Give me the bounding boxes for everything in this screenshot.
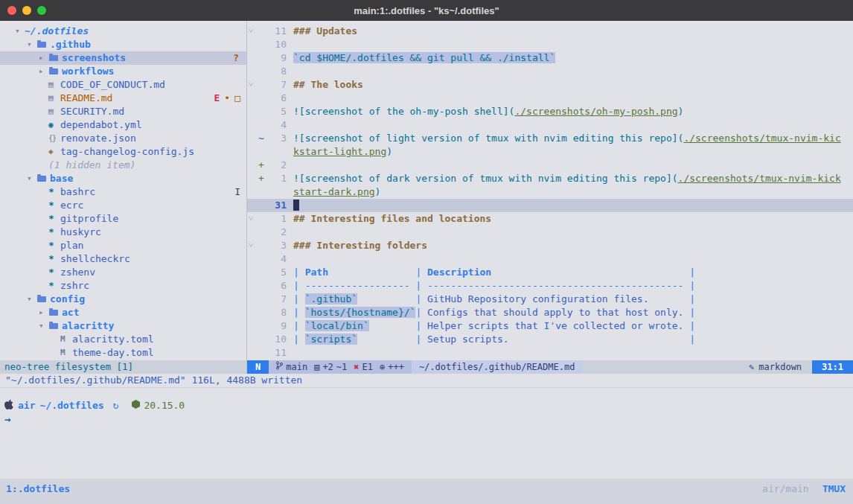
editor-line[interactable]: 4 <box>247 252 853 266</box>
tree-item-github[interactable]: ▾.github <box>0 38 246 51</box>
gutter: 9 <box>247 319 293 333</box>
editor-line[interactable]: +1![screenshot of dark version of tmux w… <box>247 172 853 185</box>
tmux-window-tab[interactable]: 1:.dotfiles <box>6 483 70 494</box>
editor-line[interactable]: ˅ 7## The looks <box>247 78 853 92</box>
tree-item-label: (1 hidden item) <box>48 159 135 172</box>
editor-line[interactable]: 10 <box>247 38 853 51</box>
tree-item-dotfiles[interactable]: ▾~/.dotfiles <box>0 25 246 38</box>
editor-line[interactable]: 9`cd $HOME/.dotfiles && git pull && ./in… <box>247 51 853 65</box>
sh-file-icon: * <box>48 185 60 199</box>
editor-line[interactable]: 8 <box>247 65 853 78</box>
tree-item-security-md[interactable]: ▤SECURITY.md <box>0 105 246 118</box>
tree-item-huskyrc[interactable]: *huskyrc <box>0 226 246 239</box>
chevron-right-icon[interactable]: ▸ <box>39 306 48 319</box>
tree-item-dependabot-yml[interactable]: ◉dependabot.yml <box>0 118 246 132</box>
git-unstaged-icon: □ <box>234 92 240 105</box>
statusline-filepath: ~/.dotfiles/.github/README.md <box>412 360 583 374</box>
fold-open-icon[interactable]: ˅ <box>249 239 258 252</box>
folder-icon <box>49 68 58 74</box>
editor-line[interactable]: 5| Path | Description | <box>247 266 853 279</box>
inline-code: `.github` <box>305 293 357 304</box>
prompt-arrow-icon[interactable]: → <box>4 413 853 428</box>
sign-column <box>258 185 267 199</box>
chevron-right-icon[interactable]: ▸ <box>39 51 48 65</box>
editor-line[interactable]: 11 <box>247 346 853 360</box>
neotree-panel[interactable]: ▾~/.dotfiles▾.github▸screenshots?▸workfl… <box>0 21 247 360</box>
tree-item-ecrc[interactable]: *ecrc <box>0 199 246 212</box>
tree-item-zshrc[interactable]: *zshrc <box>0 279 246 293</box>
editor-line[interactable]: 5![screenshot of the oh-my-posh shell](.… <box>247 105 853 118</box>
gutter: 2 <box>247 226 293 239</box>
tree-item-shellcheckrc[interactable]: *shellcheckrc <box>0 252 246 266</box>
sign-column <box>258 92 267 105</box>
editor-line[interactable]: ~3![screenshot of light version of tmux … <box>247 132 853 145</box>
tree-item-label: huskyrc <box>60 226 101 239</box>
fold-open-icon[interactable]: ˅ <box>249 25 258 38</box>
line-number: 5 <box>267 266 287 279</box>
gutter: ˅ 3 <box>247 239 293 252</box>
chevron-down-icon[interactable]: ▾ <box>27 172 36 185</box>
editor-line[interactable]: start-dark.png) <box>247 185 853 199</box>
editor-line[interactable]: kstart-light.png) <box>247 145 853 159</box>
tree-item-bashrc[interactable]: *bashrcI <box>0 185 246 199</box>
sign-column <box>258 25 267 38</box>
fold-column <box>249 92 258 105</box>
editor-line[interactable]: ˅ 11### Updates <box>247 25 853 38</box>
chevron-down-icon[interactable]: ▾ <box>27 38 36 51</box>
editor-line[interactable]: 9| `local/bin` | Helper scripts that I'v… <box>247 319 853 333</box>
tree-item-alacritty-toml[interactable]: Malacritty.toml <box>0 333 246 346</box>
fold-open-icon[interactable]: ˅ <box>249 212 258 226</box>
fold-open-icon[interactable]: ˅ <box>249 78 258 92</box>
tree-item-screenshots[interactable]: ▸screenshots? <box>0 51 246 65</box>
close-button[interactable] <box>7 6 16 15</box>
tree-item-act[interactable]: ▸act <box>0 306 246 319</box>
editor-line[interactable]: 2 <box>247 226 853 239</box>
chevron-down-icon[interactable]: ▾ <box>39 319 48 333</box>
chevron-down-icon[interactable]: ▾ <box>15 25 25 38</box>
line-text: | `scripts` | Setup scripts. | <box>293 333 695 346</box>
folder-icon <box>37 42 46 48</box>
sign-column <box>258 145 267 159</box>
line-number: 8 <box>267 306 287 319</box>
tree-item-tag-changelog-config-js[interactable]: ◈tag-changelog-config.js <box>0 145 246 159</box>
chevron-right-icon[interactable]: ▸ <box>39 65 48 78</box>
sign-column <box>258 65 267 78</box>
mode-indicator: N <box>247 360 269 374</box>
editor-line[interactable]: ˅ 3### Interesting folders <box>247 239 853 252</box>
chevron-down-icon[interactable]: ▾ <box>27 293 36 306</box>
sign-column <box>258 306 267 319</box>
table-delimiter: | <box>689 320 695 331</box>
zoom-button[interactable] <box>37 6 46 15</box>
tree-item-base[interactable]: ▾base <box>0 172 246 185</box>
shell-pane[interactable]: air ~/.dotfiles ↻ 20.15.0 → <box>0 387 853 479</box>
editor-line[interactable]: 6 <box>247 92 853 105</box>
editor-cursor-line[interactable]: 31 <box>247 199 853 212</box>
tree-item-zshenv[interactable]: *zshenv <box>0 266 246 279</box>
md-link-label: ) <box>386 146 392 157</box>
editor-line[interactable]: 6| ------------------ | ----------------… <box>247 279 853 293</box>
editor-line[interactable]: 10| `scripts` | Setup scripts. | <box>247 333 853 346</box>
tree-item-theme-day-toml[interactable]: Mtheme-day.toml <box>0 346 246 360</box>
editor-line[interactable]: +2 <box>247 159 853 172</box>
editor-pane[interactable]: ˅ 11### Updates 10 9`cd $HOME/.dotfiles … <box>247 21 853 360</box>
tree-item-workflows[interactable]: ▸workflows <box>0 65 246 78</box>
table-text: Helper scripts that I've collected or wr… <box>427 320 689 331</box>
tree-item-readme-md[interactable]: ▤README.mdE•□ <box>0 92 246 105</box>
diff-icon: ▤ <box>314 360 319 374</box>
tree-item-label: config <box>50 293 85 306</box>
gutter: 6 <box>247 279 293 293</box>
editor-line[interactable]: 4 <box>247 118 853 132</box>
tree-item-plan[interactable]: *plan <box>0 239 246 252</box>
line-number: 3 <box>267 132 287 145</box>
tree-item-gitprofile[interactable]: *gitprofile <box>0 212 246 226</box>
tree-item-1-hidden-item[interactable]: (1 hidden item) <box>0 159 246 172</box>
tree-item-renovate-json[interactable]: {}renovate.json <box>0 132 246 145</box>
tree-item-alacritty[interactable]: ▾alacritty <box>0 319 246 333</box>
tree-item-code-of-conduct-md[interactable]: ▤CODE_OF_CONDUCT.md <box>0 78 246 92</box>
minimize-button[interactable] <box>22 6 31 15</box>
line-number: 6 <box>267 279 287 293</box>
tree-item-config[interactable]: ▾config <box>0 293 246 306</box>
editor-line[interactable]: ˅ 1## Interesting files and locations <box>247 212 853 226</box>
editor-line[interactable]: 8| `hosts/{hostname}/`| Configs that sho… <box>247 306 853 319</box>
editor-line[interactable]: 7| `.github` | GitHub Repository configu… <box>247 293 853 306</box>
